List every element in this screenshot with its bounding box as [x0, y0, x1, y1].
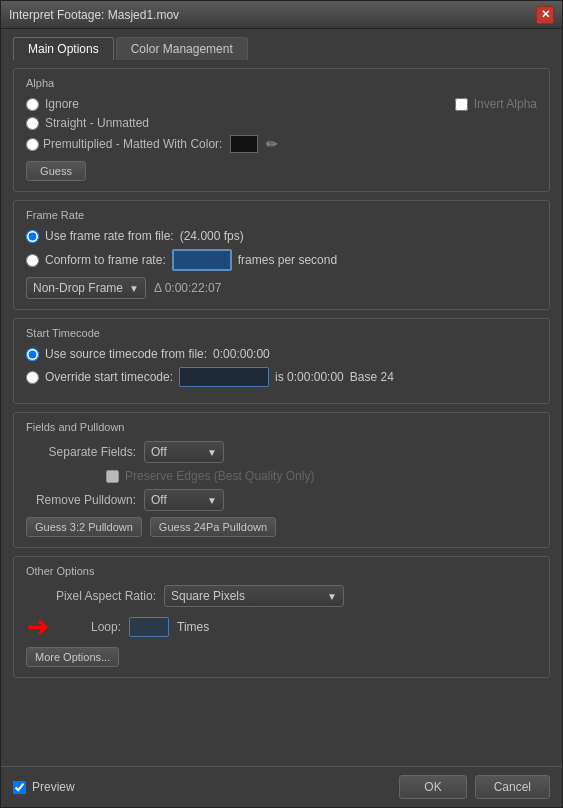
- loop-label: Loop:: [61, 620, 121, 634]
- guess-24pa-button[interactable]: Guess 24Pa Pulldown: [150, 517, 276, 537]
- pixel-aspect-value: Square Pixels: [171, 589, 245, 603]
- use-file-row: Use frame rate from file: (24.000 fps): [26, 229, 537, 243]
- premult-radio[interactable]: [26, 138, 39, 151]
- pixel-aspect-row: Pixel Aspect Ratio: Square Pixels ▼: [26, 585, 537, 607]
- ignore-radio[interactable]: [26, 98, 39, 111]
- preview-checkbox[interactable]: [13, 781, 26, 794]
- tab-main-options[interactable]: Main Options: [13, 37, 114, 60]
- pixel-aspect-arrow-icon: ▼: [327, 591, 337, 602]
- invert-alpha-row: Invert Alpha: [455, 97, 537, 111]
- use-source-row: Use source timecode from file: 0:00:00:0…: [26, 347, 537, 361]
- use-file-label: Use frame rate from file:: [45, 229, 174, 243]
- use-file-value: (24.000 fps): [180, 229, 244, 243]
- premult-label: Premultiplied - Matted With Color:: [43, 137, 222, 151]
- bottom-buttons: OK Cancel: [399, 775, 550, 799]
- timecode-label: Δ 0:00:22:07: [154, 281, 221, 295]
- ignore-radio-row: Ignore: [26, 97, 79, 111]
- start-timecode-title: Start Timecode: [26, 327, 537, 339]
- title-bar: Interpret Footage: Masjed1.mov ✕: [1, 1, 562, 29]
- times-label: Times: [177, 620, 209, 634]
- more-options-button[interactable]: More Options...: [26, 647, 119, 667]
- other-options-title: Other Options: [26, 565, 537, 577]
- sep-fields-label: Separate Fields:: [26, 445, 136, 459]
- frame-rate-section: Frame Rate Use frame rate from file: (24…: [13, 200, 550, 310]
- loop-input[interactable]: 5: [129, 617, 169, 637]
- tab-color-management[interactable]: Color Management: [116, 37, 248, 60]
- use-source-label: Use source timecode from file:: [45, 347, 207, 361]
- alpha-top-row: Ignore Invert Alpha: [26, 97, 537, 116]
- override-radio[interactable]: [26, 371, 39, 384]
- guess-3-2-button[interactable]: Guess 3:2 Pulldown: [26, 517, 142, 537]
- remove-pulldown-arrow-icon: ▼: [207, 495, 217, 506]
- window-title: Interpret Footage: Masjed1.mov: [9, 8, 179, 22]
- override-row: Override start timecode: 0:00:00:00 is 0…: [26, 367, 537, 387]
- loop-arrow-indicator: ➜: [26, 613, 49, 641]
- ignore-label: Ignore: [45, 97, 79, 111]
- nondrop-row: Non-Drop Frame ▼ Δ 0:00:22:07: [26, 277, 537, 299]
- sep-fields-dropdown[interactable]: Off ▼: [144, 441, 224, 463]
- more-options-row: More Options...: [26, 647, 537, 667]
- remove-pulldown-row: Remove Pulldown: Off ▼: [26, 489, 537, 511]
- use-file-radio[interactable]: [26, 230, 39, 243]
- conform-radio[interactable]: [26, 254, 39, 267]
- conform-value-input[interactable]: 24: [172, 249, 232, 271]
- pixel-aspect-label: Pixel Aspect Ratio:: [26, 589, 156, 603]
- interpret-footage-dialog: Interpret Footage: Masjed1.mov ✕ Main Op…: [0, 0, 563, 808]
- remove-pulldown-label: Remove Pulldown:: [26, 493, 136, 507]
- remove-pulldown-value: Off: [151, 493, 167, 507]
- use-source-value: 0:00:00:00: [213, 347, 270, 361]
- preserve-checkbox[interactable]: [106, 470, 119, 483]
- remove-pulldown-dropdown[interactable]: Off ▼: [144, 489, 224, 511]
- invert-alpha-label: Invert Alpha: [474, 97, 537, 111]
- color-swatch[interactable]: [230, 135, 258, 153]
- straight-label: Straight - Unmatted: [45, 116, 149, 130]
- pulldown-buttons-row: Guess 3:2 Pulldown Guess 24Pa Pulldown: [26, 517, 537, 537]
- close-button[interactable]: ✕: [536, 6, 554, 24]
- tab-bar: Main Options Color Management: [13, 37, 550, 60]
- alpha-section: Alpha Ignore Invert Alpha Straight - Unm…: [13, 68, 550, 192]
- fps-label: frames per second: [238, 253, 337, 267]
- preview-row: Preview: [13, 780, 75, 794]
- override-timecode-input[interactable]: 0:00:00:00: [179, 367, 269, 387]
- frame-rate-title: Frame Rate: [26, 209, 537, 221]
- pixel-aspect-dropdown[interactable]: Square Pixels ▼: [164, 585, 344, 607]
- nondrop-dropdown[interactable]: Non-Drop Frame ▼: [26, 277, 146, 299]
- override-label: Override start timecode:: [45, 370, 173, 384]
- loop-row: ➜ Loop: 5 Times: [26, 613, 537, 641]
- start-timecode-section: Start Timecode Use source timecode from …: [13, 318, 550, 404]
- cancel-button[interactable]: Cancel: [475, 775, 550, 799]
- straight-radio[interactable]: [26, 117, 39, 130]
- straight-radio-row: Straight - Unmatted: [26, 116, 537, 130]
- pencil-icon[interactable]: ✏: [266, 136, 282, 152]
- use-source-radio[interactable]: [26, 348, 39, 361]
- guess-button[interactable]: Guess: [26, 161, 86, 181]
- is-label: is 0:00:00:00: [275, 370, 344, 384]
- preserve-label: Preserve Edges (Best Quality Only): [125, 469, 314, 483]
- sep-fields-value: Off: [151, 445, 167, 459]
- premult-row: Premultiplied - Matted With Color: ✏: [26, 135, 537, 153]
- ok-button[interactable]: OK: [399, 775, 466, 799]
- bottom-bar: Preview OK Cancel: [1, 766, 562, 807]
- fields-section-title: Fields and Pulldown: [26, 421, 537, 433]
- preserve-row: Preserve Edges (Best Quality Only): [106, 469, 537, 483]
- base-label: Base 24: [350, 370, 394, 384]
- fields-section: Fields and Pulldown Separate Fields: Off…: [13, 412, 550, 548]
- main-content: Main Options Color Management Alpha Igno…: [1, 29, 562, 766]
- preview-label: Preview: [32, 780, 75, 794]
- sep-fields-row: Separate Fields: Off ▼: [26, 441, 537, 463]
- alpha-section-title: Alpha: [26, 77, 537, 89]
- nondrop-label: Non-Drop Frame: [33, 281, 123, 295]
- conform-row: Conform to frame rate: 24 frames per sec…: [26, 249, 537, 271]
- conform-label: Conform to frame rate:: [45, 253, 166, 267]
- other-options-section: Other Options Pixel Aspect Ratio: Square…: [13, 556, 550, 678]
- nondrop-arrow-icon: ▼: [129, 283, 139, 294]
- sep-fields-arrow-icon: ▼: [207, 447, 217, 458]
- invert-alpha-checkbox[interactable]: [455, 98, 468, 111]
